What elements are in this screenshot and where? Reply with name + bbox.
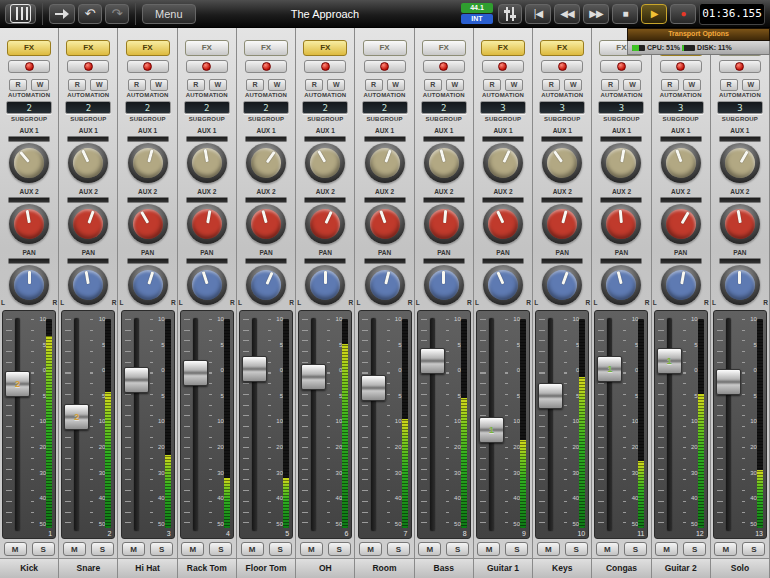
pan-knob[interactable]: L R — [128, 265, 168, 305]
fx-button[interactable]: FX — [303, 40, 347, 56]
channel-name[interactable]: OH — [296, 558, 354, 578]
channel-name[interactable]: Solo — [711, 558, 769, 578]
menu-button[interactable]: Menu — [142, 4, 196, 24]
mute-button[interactable]: M — [241, 542, 264, 556]
automation-write-button[interactable]: W — [150, 79, 168, 91]
app-logo-button[interactable] — [5, 4, 36, 24]
automation-write-button[interactable]: W — [209, 79, 227, 91]
aux2-knob[interactable] — [246, 204, 286, 244]
fader-cap[interactable]: 2 — [5, 371, 30, 397]
mute-button[interactable]: M — [181, 542, 204, 556]
solo-button[interactable]: S — [505, 542, 528, 556]
fx-button[interactable]: FX — [481, 40, 525, 56]
fader-cap[interactable]: 1 — [479, 417, 504, 443]
aux2-knob[interactable] — [365, 204, 405, 244]
sample-rate-badge[interactable]: 44.1 — [461, 3, 493, 13]
aux1-knob[interactable] — [305, 143, 345, 183]
automation-write-button[interactable]: W — [564, 79, 582, 91]
solo-button[interactable]: S — [91, 542, 114, 556]
aux1-knob[interactable] — [365, 143, 405, 183]
fast-forward-button[interactable]: ▶▶ — [583, 4, 609, 24]
sync-source-badge[interactable]: INT — [461, 14, 493, 24]
automation-read-button[interactable]: R — [246, 79, 264, 91]
aux2-knob[interactable] — [187, 204, 227, 244]
pan-knob[interactable]: L R — [187, 265, 227, 305]
fader-cap[interactable] — [361, 375, 386, 401]
fx-button[interactable]: FX — [7, 40, 51, 56]
record-arm-button[interactable] — [186, 60, 228, 73]
fader-cap[interactable] — [301, 364, 326, 390]
fader-cap[interactable]: 1 — [657, 348, 682, 374]
return-to-zero-button[interactable]: |◀ — [525, 4, 551, 24]
mute-button[interactable]: M — [655, 542, 678, 556]
redo-button[interactable]: ↷ — [105, 4, 129, 24]
mute-button[interactable]: M — [4, 542, 27, 556]
play-button[interactable]: ▶ — [641, 4, 667, 24]
fader-cap[interactable] — [242, 356, 267, 382]
record-arm-button[interactable] — [719, 60, 761, 73]
automation-write-button[interactable]: W — [505, 79, 523, 91]
automation-read-button[interactable]: R — [720, 79, 738, 91]
mute-button[interactable]: M — [596, 542, 619, 556]
mute-button[interactable]: M — [714, 542, 737, 556]
record-arm-button[interactable] — [8, 60, 50, 73]
mute-button[interactable]: M — [477, 542, 500, 556]
rewind-button[interactable]: ◀◀ — [554, 4, 580, 24]
record-button[interactable]: ● — [670, 4, 696, 24]
record-arm-button[interactable] — [67, 60, 109, 73]
solo-button[interactable]: S — [742, 542, 765, 556]
channel-name[interactable]: Congas — [592, 558, 650, 578]
subgroup-display[interactable]: 3 — [717, 101, 763, 114]
record-arm-button[interactable] — [364, 60, 406, 73]
fader-cap[interactable] — [124, 367, 149, 393]
record-arm-button[interactable] — [245, 60, 287, 73]
automation-read-button[interactable]: R — [483, 79, 501, 91]
record-arm-button[interactable] — [304, 60, 346, 73]
aux1-knob[interactable] — [68, 143, 108, 183]
aux2-knob[interactable] — [720, 204, 760, 244]
subgroup-display[interactable]: 2 — [421, 101, 467, 114]
fx-button[interactable]: FX — [66, 40, 110, 56]
channel-name[interactable]: Hi Hat — [118, 558, 176, 578]
automation-write-button[interactable]: W — [327, 79, 345, 91]
aux1-knob[interactable] — [542, 143, 582, 183]
fader-cap[interactable] — [183, 360, 208, 386]
mute-button[interactable]: M — [359, 542, 382, 556]
solo-button[interactable]: S — [387, 542, 410, 556]
channel-name[interactable]: Floor Tom — [237, 558, 295, 578]
subgroup-display[interactable]: 2 — [302, 101, 348, 114]
fx-button[interactable]: FX — [540, 40, 584, 56]
pan-knob[interactable]: L R — [9, 265, 49, 305]
solo-button[interactable]: S — [565, 542, 588, 556]
fader-cap[interactable]: 1 — [597, 356, 622, 382]
mute-button[interactable]: M — [122, 542, 145, 556]
aux1-knob[interactable] — [9, 143, 49, 183]
channel-view-button[interactable] — [498, 4, 522, 24]
aux2-knob[interactable] — [9, 204, 49, 244]
automation-write-button[interactable]: W — [31, 79, 49, 91]
aux1-knob[interactable] — [483, 143, 523, 183]
pan-knob[interactable]: L R — [424, 265, 464, 305]
automation-read-button[interactable]: R — [365, 79, 383, 91]
channel-name[interactable]: Rack Tom — [178, 558, 236, 578]
channel-name[interactable]: Bass — [415, 558, 473, 578]
aux1-knob[interactable] — [128, 143, 168, 183]
transport-options-tab[interactable]: Transport Options — [627, 28, 770, 41]
mute-button[interactable]: M — [300, 542, 323, 556]
undo-button[interactable]: ↶ — [78, 4, 102, 24]
fx-button[interactable]: FX — [126, 40, 170, 56]
channel-name[interactable]: Guitar 2 — [652, 558, 710, 578]
record-arm-button[interactable] — [127, 60, 169, 73]
fx-button[interactable]: FX — [185, 40, 229, 56]
aux1-knob[interactable] — [246, 143, 286, 183]
pan-knob[interactable]: L R — [542, 265, 582, 305]
automation-read-button[interactable]: R — [305, 79, 323, 91]
pan-knob[interactable]: L R — [305, 265, 345, 305]
automation-read-button[interactable]: R — [128, 79, 146, 91]
channel-name[interactable]: Guitar 1 — [474, 558, 532, 578]
record-arm-button[interactable] — [482, 60, 524, 73]
pan-knob[interactable]: L R — [720, 265, 760, 305]
automation-read-button[interactable]: R — [68, 79, 86, 91]
aux2-knob[interactable] — [661, 204, 701, 244]
pan-knob[interactable]: L R — [365, 265, 405, 305]
